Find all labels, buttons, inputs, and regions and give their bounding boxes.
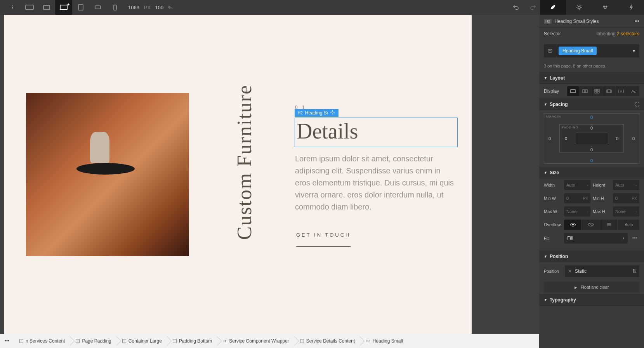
header-tag-badge: H2 [544, 19, 552, 24]
breadcrumb-more-button[interactable]: ••• [0, 338, 14, 344]
section-size-header[interactable]: ▼ Size [539, 167, 644, 178]
section-position-header[interactable]: ▼ Position [539, 251, 644, 262]
fit-more-button[interactable]: ••• [630, 235, 639, 241]
heading-small[interactable]: Details [297, 119, 456, 144]
state-button[interactable] [544, 44, 556, 57]
maxw-input[interactable]: - [564, 206, 590, 216]
breadcrumb-item[interactable]: Page Padding [70, 334, 116, 348]
canvas-info: 1063 PX 100 % [128, 5, 175, 10]
overflow-scroll-button[interactable] [600, 220, 618, 230]
margin-bottom-input[interactable]: 0 [590, 158, 593, 163]
padding-top-input[interactable]: 0 [590, 126, 593, 130]
overflow-hidden-button[interactable] [582, 220, 600, 230]
selector-combo[interactable]: Heading Small ▾ [544, 44, 639, 57]
style-panel: H2 Heading Small Styles ••• Selector Inh… [539, 15, 644, 348]
display-flex-button[interactable] [579, 86, 591, 96]
minh-input[interactable]: PX [613, 193, 639, 203]
padding-bottom-input[interactable]: 0 [590, 147, 593, 152]
width-input[interactable]: - [564, 180, 590, 190]
selector-dropdown[interactable]: ▾ [628, 48, 639, 54]
section-typography-header[interactable]: ▼ Typography [539, 294, 644, 306]
breadcrumb-item[interactable]: n Services Content [14, 334, 70, 348]
maxh-input[interactable]: - [613, 206, 639, 216]
canvas[interactable]: Custom Furniture 0 1 H2 Heading Small De… [4, 15, 472, 334]
menu-dots-button[interactable] [4, 0, 21, 15]
section-size-label: Size [550, 170, 559, 175]
display-button-group: A [567, 86, 639, 96]
canvas-width-unit: PX [144, 5, 151, 10]
settings-tab[interactable] [566, 0, 592, 15]
margin-top-input[interactable]: 0 [590, 115, 593, 119]
padding-left-input[interactable]: 0 [565, 136, 567, 141]
interactions-tab[interactable] [592, 0, 618, 15]
minh-label: Min H [593, 196, 611, 201]
section-typography-label: Typography [550, 297, 576, 303]
vertical-title[interactable]: Custom Furniture [233, 85, 256, 240]
body-paragraph[interactable]: Lorem ipsum dolor sit amet, consectetur … [295, 153, 456, 213]
effects-tab[interactable] [618, 0, 644, 15]
display-block-button[interactable] [567, 86, 579, 96]
svg-point-2 [12, 9, 13, 9]
breadcrumb-item[interactable]: Padding Bottom [167, 334, 217, 348]
overflow-label: Overflow [544, 222, 562, 227]
header-title: Heading Small Styles [555, 19, 599, 24]
float-clear-toggle[interactable]: ▶ Float and clear [544, 282, 639, 293]
canvas-width-value[interactable]: 1063 [128, 5, 139, 10]
height-input[interactable]: - [613, 180, 639, 190]
padding-right-input[interactable]: 0 [616, 136, 618, 141]
zoom-value[interactable]: 100 [155, 5, 164, 10]
svg-rect-8 [549, 50, 551, 50]
selector-tag[interactable]: Heading Small [559, 47, 597, 55]
style-tab[interactable] [540, 0, 566, 15]
undo-button[interactable] [507, 0, 524, 15]
selector-row: Selector Inheriting 2 selectors [539, 28, 644, 40]
spacing-expand-button[interactable]: ⛶ [635, 102, 639, 107]
device-xl-button[interactable] [21, 0, 38, 15]
spacing-box: MARGIN PADDING 0 0 0 0 0 0 0 0 [544, 113, 639, 164]
device-mobile-landscape-button[interactable] [89, 0, 106, 15]
cta-link[interactable]: GET IN TOUCH [296, 232, 351, 247]
caret-down-icon: ▼ [544, 76, 547, 80]
fit-select[interactable]: Fill ▾ [564, 233, 628, 244]
position-row: Position ✕ Static ⇅ [539, 262, 644, 280]
display-grid-button[interactable] [591, 86, 603, 96]
device-tablet-button[interactable] [72, 0, 89, 15]
inheriting-info[interactable]: Inheriting 2 selectors [596, 31, 639, 36]
breadcrumb-item[interactable]: Service Details Content [295, 334, 360, 348]
minw-input[interactable]: PX [564, 193, 590, 203]
position-select[interactable]: ✕ Static ⇅ [565, 265, 639, 277]
selected-element-outline[interactable]: Details [295, 118, 458, 147]
size-grid: Width - Height - Min W PX Min H PX Max W… [539, 178, 644, 251]
breadcrumb-item[interactable]: H2Heading Small [360, 334, 408, 348]
breadcrumb-item[interactable]: Container Large [117, 334, 167, 348]
device-mobile-button[interactable] [106, 0, 123, 15]
header-more-button[interactable]: ••• [634, 19, 639, 24]
selection-tag-prefix: H2 [298, 111, 303, 115]
chevron-down-icon: ⇅ [632, 268, 636, 274]
overflow-auto-button[interactable]: Auto [618, 220, 639, 230]
display-inline-block-button[interactable] [603, 86, 615, 96]
device-desktop-button[interactable] [38, 0, 55, 15]
position-label: Position [544, 269, 562, 274]
svg-rect-15 [597, 92, 599, 93]
redo-button[interactable] [524, 0, 542, 15]
svg-point-4 [603, 6, 605, 8]
canvas-viewport[interactable]: Custom Furniture 0 1 H2 Heading Small De… [0, 15, 539, 334]
selection-gear-button[interactable] [328, 109, 337, 116]
padding-label: PADDING [562, 126, 578, 129]
margin-left-input[interactable]: 0 [549, 136, 551, 141]
selector-label: Selector [544, 31, 561, 36]
hero-image[interactable] [26, 93, 189, 256]
svg-rect-7 [548, 49, 552, 52]
section-layout-header[interactable]: ▼ Layout [539, 72, 644, 84]
display-none-button[interactable] [627, 86, 639, 96]
content-box [575, 133, 608, 144]
display-inline-button[interactable]: A [615, 86, 627, 96]
breadcrumb-item[interactable]: Service Component Wrapper [217, 334, 295, 348]
device-base-button[interactable]: ✦ [55, 0, 72, 15]
margin-right-input[interactable]: 0 [632, 136, 635, 141]
caret-down-icon: ▼ [544, 298, 547, 302]
box-icon [122, 339, 126, 343]
section-spacing-header[interactable]: ▼ Spacing ⛶ [539, 99, 644, 110]
overflow-visible-button[interactable] [564, 220, 582, 230]
